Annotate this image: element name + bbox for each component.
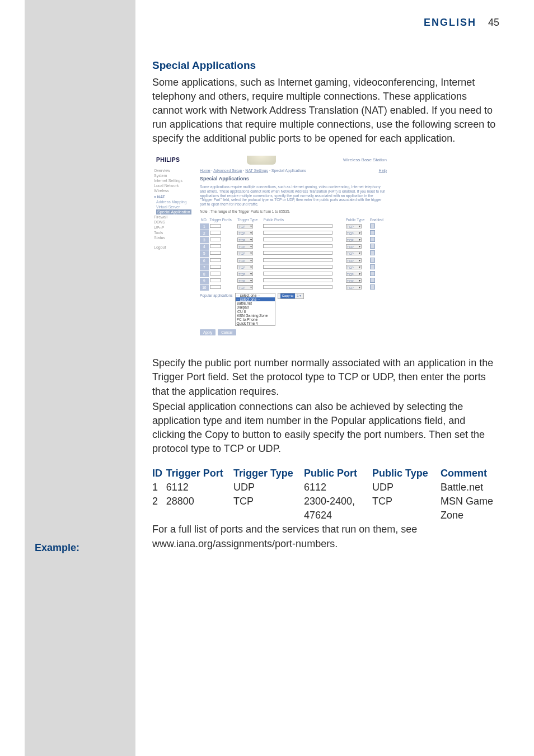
nav-item[interactable]: Firewall	[154, 214, 195, 220]
trigger-port-input[interactable]	[210, 231, 221, 235]
enabled-checkbox[interactable]	[370, 278, 375, 283]
enabled-checkbox[interactable]	[370, 250, 375, 255]
trigger-port-input[interactable]	[210, 244, 221, 248]
enabled-checkbox[interactable]	[370, 271, 375, 276]
nav-item[interactable]: Logout	[154, 245, 195, 250]
public-port-input[interactable]	[263, 244, 332, 248]
nav-item[interactable]: System	[154, 173, 195, 178]
popular-option[interactable]: Quick Time 4	[236, 321, 275, 325]
public-port-input[interactable]	[263, 265, 332, 269]
col-public-type: Public Type	[345, 217, 369, 223]
trigger-type-select[interactable]: TCP	[237, 244, 253, 249]
enabled-checkbox[interactable]	[370, 237, 375, 242]
popular-option[interactable]: -- select one --	[236, 297, 275, 301]
nav-item[interactable]: Tools	[154, 230, 195, 235]
popular-option[interactable]: PC-to-Phone	[236, 318, 275, 321]
trigger-port-input[interactable]	[210, 285, 221, 289]
trigger-port-input[interactable]	[210, 272, 221, 276]
col-trigger-port: Trigger Port/s	[209, 217, 237, 223]
popular-option[interactable]: -- select one --	[236, 293, 275, 297]
nav-item[interactable]: Status	[154, 235, 195, 240]
nav-item[interactable]: DDNS	[154, 220, 195, 225]
trigger-port-input[interactable]	[210, 224, 221, 228]
popular-option[interactable]: MSN Gaming Zone	[236, 314, 275, 318]
trigger-type-select[interactable]: TCP	[237, 258, 253, 263]
public-type-select[interactable]: TCP	[346, 231, 362, 235]
public-port-input[interactable]	[263, 272, 332, 276]
trigger-port-input[interactable]	[210, 237, 221, 241]
trigger-type-select[interactable]: TCP	[237, 265, 253, 269]
main-content: Special Applications Some applications, …	[152, 58, 499, 552]
public-type-select[interactable]: TCP	[346, 265, 362, 269]
crumb-link[interactable]: Advanced Setup	[213, 169, 242, 172]
col-enabled: Enabled	[369, 217, 387, 223]
shot-title: Special Applications	[200, 175, 387, 183]
crumb-link[interactable]: Home	[200, 169, 210, 172]
apply-button[interactable]: Apply	[200, 329, 216, 335]
row-index: 2	[200, 230, 209, 236]
public-port-input[interactable]	[263, 237, 332, 241]
cancel-button[interactable]: Cancel	[218, 329, 236, 335]
nav-nat-active[interactable]: Special Application	[156, 209, 191, 214]
row-index: 7	[200, 264, 209, 270]
trigger-port-input[interactable]	[210, 258, 221, 262]
copy-to-control[interactable]: Copy to 1 ▾	[278, 293, 305, 299]
row-index: 1	[200, 223, 209, 230]
enabled-checkbox[interactable]	[370, 258, 375, 263]
nav-nat-sub[interactable]: Address Mapping	[156, 199, 195, 204]
trigger-type-select[interactable]: TCP	[237, 278, 253, 283]
nav-nat-sub[interactable]: Virtual Server	[156, 204, 195, 209]
enabled-checkbox[interactable]	[370, 244, 375, 249]
enabled-checkbox[interactable]	[370, 223, 375, 228]
trigger-type-select[interactable]: TCP	[237, 272, 253, 276]
closing-paragraph: For a full list of ports and the service…	[152, 522, 499, 550]
trigger-type-select[interactable]: TCP	[237, 251, 253, 255]
row-index: 9	[200, 278, 209, 284]
public-type-select[interactable]: TCP	[346, 278, 362, 283]
public-port-input[interactable]	[263, 251, 332, 255]
trigger-type-select[interactable]: TCP	[237, 224, 253, 228]
public-type-select[interactable]: TCP	[346, 224, 362, 228]
popular-option[interactable]: Battle.net	[236, 301, 275, 305]
nav-item[interactable]: Wireless	[154, 188, 195, 193]
trigger-port-input[interactable]	[210, 278, 221, 282]
public-port-input[interactable]	[263, 231, 332, 235]
public-port-input[interactable]	[263, 258, 332, 262]
trigger-type-select[interactable]: TCP	[237, 285, 253, 290]
public-type-select[interactable]: TCP	[346, 258, 362, 263]
public-type-select[interactable]: TCP	[346, 272, 362, 276]
table-row: 16112UDP6112UDPBattle.net	[152, 480, 499, 494]
cell-public-type: TCP	[372, 494, 441, 522]
nav-item[interactable]: Internet Settings	[154, 178, 195, 183]
shot-brand: PHILIPS	[156, 156, 180, 164]
after-shot-paragraph-1: Specify the public port number normally …	[152, 356, 499, 399]
cell-trigger-type: UDP	[233, 480, 304, 494]
row-index: 5	[200, 250, 209, 256]
nav-item[interactable]: UPnP	[154, 225, 195, 230]
nav-nat[interactable]: » NAT	[154, 194, 195, 199]
public-type-select[interactable]: TCP	[346, 285, 362, 290]
trigger-port-input[interactable]	[210, 265, 221, 269]
intro-paragraph: Some applications, such as Internet gami…	[152, 76, 499, 146]
crumb-link[interactable]: NAT Settings	[245, 169, 268, 172]
public-type-select[interactable]: TCP	[346, 251, 362, 255]
enabled-checkbox[interactable]	[370, 264, 375, 269]
popular-select[interactable]: -- select one -- -- select one -- Battle…	[235, 293, 275, 326]
trigger-type-select[interactable]: TCP	[237, 231, 253, 235]
help-link[interactable]: Help	[379, 168, 387, 174]
trigger-port-input[interactable]	[210, 251, 221, 255]
public-type-select[interactable]: TCP	[346, 244, 362, 249]
cell-trigger-port: 28800	[166, 494, 233, 522]
trigger-type-select[interactable]: TCP	[237, 237, 253, 242]
public-port-input[interactable]	[263, 278, 332, 282]
public-port-input[interactable]	[263, 224, 332, 228]
enabled-checkbox[interactable]	[370, 284, 375, 290]
public-port-input[interactable]	[263, 285, 332, 289]
popular-option[interactable]: ICU II	[236, 310, 275, 314]
public-type-select[interactable]: TCP	[346, 237, 362, 242]
enabled-checkbox[interactable]	[370, 230, 375, 235]
nav-item[interactable]: Overview	[154, 168, 195, 173]
popular-option[interactable]: Dialpad	[236, 305, 275, 309]
nav-item[interactable]: Local Network	[154, 183, 195, 188]
shot-description: Some applications require multiple conne…	[200, 185, 387, 207]
